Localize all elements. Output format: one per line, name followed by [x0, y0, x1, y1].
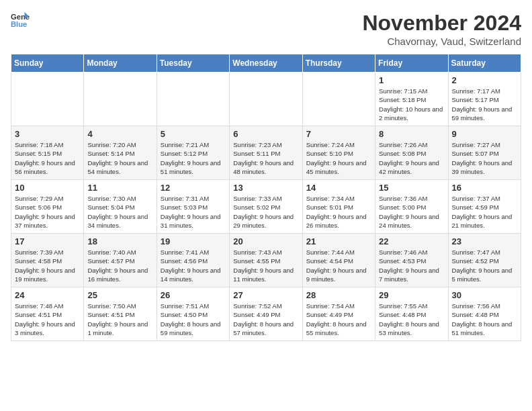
day-info: Sunrise: 7:41 AM Sunset: 4:56 PM Dayligh…: [161, 248, 226, 283]
calendar-cell: 19Sunrise: 7:41 AM Sunset: 4:56 PM Dayli…: [157, 234, 229, 287]
day-info: Sunrise: 7:55 AM Sunset: 4:48 PM Dayligh…: [379, 302, 444, 337]
day-number: 7: [306, 129, 371, 139]
day-number: 10: [15, 183, 80, 193]
calendar-cell: 29Sunrise: 7:55 AM Sunset: 4:48 PM Dayli…: [375, 287, 448, 341]
day-number: 13: [233, 183, 298, 193]
calendar-cell: 11Sunrise: 7:30 AM Sunset: 5:04 PM Dayli…: [84, 180, 157, 234]
day-number: 6: [233, 129, 298, 139]
day-info: Sunrise: 7:29 AM Sunset: 5:06 PM Dayligh…: [15, 194, 80, 230]
day-number: 12: [161, 183, 226, 193]
day-header-thursday: Thursday: [302, 54, 375, 73]
calendar-cell: 24Sunrise: 7:48 AM Sunset: 4:51 PM Dayli…: [11, 287, 84, 341]
day-info: Sunrise: 7:36 AM Sunset: 5:00 PM Dayligh…: [379, 194, 444, 230]
day-info: Sunrise: 7:15 AM Sunset: 5:18 PM Dayligh…: [379, 87, 444, 122]
calendar-cell: 6Sunrise: 7:23 AM Sunset: 5:11 PM Daylig…: [230, 126, 302, 180]
day-info: Sunrise: 7:47 AM Sunset: 4:52 PM Dayligh…: [452, 248, 517, 283]
calendar-week-4: 17Sunrise: 7:39 AM Sunset: 4:58 PM Dayli…: [11, 234, 521, 287]
calendar-cell: 8Sunrise: 7:26 AM Sunset: 5:08 PM Daylig…: [375, 126, 448, 180]
title-area: November 2024 Chavornay, Vaud, Switzerla…: [362, 11, 521, 47]
calendar-cell: 15Sunrise: 7:36 AM Sunset: 5:00 PM Dayli…: [375, 180, 448, 234]
location-title: Chavornay, Vaud, Switzerland: [362, 36, 521, 47]
day-number: 25: [87, 290, 152, 300]
calendar-header-row: SundayMondayTuesdayWednesdayThursdayFrid…: [11, 54, 521, 73]
calendar-cell: 28Sunrise: 7:54 AM Sunset: 4:49 PM Dayli…: [302, 287, 375, 341]
day-header-sunday: Sunday: [11, 54, 84, 73]
calendar-cell: [230, 73, 302, 126]
day-number: 24: [15, 290, 80, 300]
day-info: Sunrise: 7:34 AM Sunset: 5:01 PM Dayligh…: [306, 194, 371, 230]
calendar-cell: 1Sunrise: 7:15 AM Sunset: 5:18 PM Daylig…: [375, 73, 448, 126]
day-info: Sunrise: 7:31 AM Sunset: 5:03 PM Dayligh…: [161, 194, 226, 230]
calendar-cell: 18Sunrise: 7:40 AM Sunset: 4:57 PM Dayli…: [84, 234, 157, 287]
day-number: 23: [452, 236, 517, 246]
day-info: Sunrise: 7:56 AM Sunset: 4:48 PM Dayligh…: [452, 302, 517, 337]
day-number: 21: [306, 236, 371, 246]
day-number: 16: [452, 183, 517, 193]
day-number: 5: [161, 129, 226, 139]
day-info: Sunrise: 7:27 AM Sunset: 5:07 PM Dayligh…: [452, 140, 517, 176]
calendar-cell: 7Sunrise: 7:24 AM Sunset: 5:10 PM Daylig…: [302, 126, 375, 180]
calendar-cell: 16Sunrise: 7:37 AM Sunset: 4:59 PM Dayli…: [448, 180, 521, 234]
calendar-cell: 14Sunrise: 7:34 AM Sunset: 5:01 PM Dayli…: [302, 180, 375, 234]
day-header-saturday: Saturday: [448, 54, 521, 73]
day-info: Sunrise: 7:48 AM Sunset: 4:51 PM Dayligh…: [15, 302, 80, 337]
day-number: 18: [87, 236, 152, 246]
day-info: Sunrise: 7:21 AM Sunset: 5:12 PM Dayligh…: [161, 140, 226, 176]
day-header-friday: Friday: [375, 54, 448, 73]
calendar-cell: 10Sunrise: 7:29 AM Sunset: 5:06 PM Dayli…: [11, 180, 84, 234]
day-header-tuesday: Tuesday: [157, 54, 229, 73]
calendar-cell: [302, 73, 375, 126]
calendar-cell: 9Sunrise: 7:27 AM Sunset: 5:07 PM Daylig…: [448, 126, 521, 180]
day-number: 30: [452, 290, 517, 300]
day-number: 17: [15, 236, 80, 246]
calendar-week-1: 1Sunrise: 7:15 AM Sunset: 5:18 PM Daylig…: [11, 73, 521, 126]
day-info: Sunrise: 7:23 AM Sunset: 5:11 PM Dayligh…: [233, 140, 298, 176]
calendar-cell: 5Sunrise: 7:21 AM Sunset: 5:12 PM Daylig…: [157, 126, 229, 180]
calendar-cell: 12Sunrise: 7:31 AM Sunset: 5:03 PM Dayli…: [157, 180, 229, 234]
calendar-cell: 22Sunrise: 7:46 AM Sunset: 4:53 PM Dayli…: [375, 234, 448, 287]
day-info: Sunrise: 7:20 AM Sunset: 5:14 PM Dayligh…: [87, 140, 152, 176]
month-title: November 2024: [362, 11, 521, 36]
calendar-cell: [84, 73, 157, 126]
logo: General Blue: [11, 11, 30, 30]
calendar-cell: 27Sunrise: 7:52 AM Sunset: 4:49 PM Dayli…: [230, 287, 302, 341]
day-number: 22: [379, 236, 444, 246]
day-number: 14: [306, 183, 371, 193]
calendar-cell: 23Sunrise: 7:47 AM Sunset: 4:52 PM Dayli…: [448, 234, 521, 287]
header: General Blue November 2024 Chavornay, Va…: [11, 11, 521, 47]
calendar-cell: 2Sunrise: 7:17 AM Sunset: 5:17 PM Daylig…: [448, 73, 521, 126]
day-info: Sunrise: 7:18 AM Sunset: 5:15 PM Dayligh…: [15, 140, 80, 176]
day-number: 8: [379, 129, 444, 139]
calendar-cell: 4Sunrise: 7:20 AM Sunset: 5:14 PM Daylig…: [84, 126, 157, 180]
day-number: 26: [161, 290, 226, 300]
day-info: Sunrise: 7:26 AM Sunset: 5:08 PM Dayligh…: [379, 140, 444, 176]
day-info: Sunrise: 7:51 AM Sunset: 4:50 PM Dayligh…: [161, 302, 226, 337]
calendar-cell: 3Sunrise: 7:18 AM Sunset: 5:15 PM Daylig…: [11, 126, 84, 180]
day-number: 4: [87, 129, 152, 139]
day-number: 3: [15, 129, 80, 139]
calendar-cell: 25Sunrise: 7:50 AM Sunset: 4:51 PM Dayli…: [84, 287, 157, 341]
calendar-week-3: 10Sunrise: 7:29 AM Sunset: 5:06 PM Dayli…: [11, 180, 521, 234]
svg-text:Blue: Blue: [11, 20, 27, 28]
calendar-cell: [11, 73, 84, 126]
day-info: Sunrise: 7:30 AM Sunset: 5:04 PM Dayligh…: [87, 194, 152, 230]
day-info: Sunrise: 7:43 AM Sunset: 4:55 PM Dayligh…: [233, 248, 298, 283]
calendar-cell: 20Sunrise: 7:43 AM Sunset: 4:55 PM Dayli…: [230, 234, 302, 287]
calendar-cell: 30Sunrise: 7:56 AM Sunset: 4:48 PM Dayli…: [448, 287, 521, 341]
day-header-monday: Monday: [84, 54, 157, 73]
calendar-cell: [157, 73, 229, 126]
day-number: 2: [452, 75, 517, 85]
calendar-table: SundayMondayTuesdayWednesdayThursdayFrid…: [11, 54, 521, 341]
day-info: Sunrise: 7:24 AM Sunset: 5:10 PM Dayligh…: [306, 140, 371, 176]
day-number: 19: [161, 236, 226, 246]
calendar-cell: 26Sunrise: 7:51 AM Sunset: 4:50 PM Dayli…: [157, 287, 229, 341]
calendar-cell: 13Sunrise: 7:33 AM Sunset: 5:02 PM Dayli…: [230, 180, 302, 234]
day-number: 29: [379, 290, 444, 300]
day-number: 11: [87, 183, 152, 193]
day-info: Sunrise: 7:44 AM Sunset: 4:54 PM Dayligh…: [306, 248, 371, 283]
day-number: 9: [452, 129, 517, 139]
day-info: Sunrise: 7:33 AM Sunset: 5:02 PM Dayligh…: [233, 194, 298, 230]
day-info: Sunrise: 7:46 AM Sunset: 4:53 PM Dayligh…: [379, 248, 444, 283]
day-number: 20: [233, 236, 298, 246]
calendar-week-5: 24Sunrise: 7:48 AM Sunset: 4:51 PM Dayli…: [11, 287, 521, 341]
